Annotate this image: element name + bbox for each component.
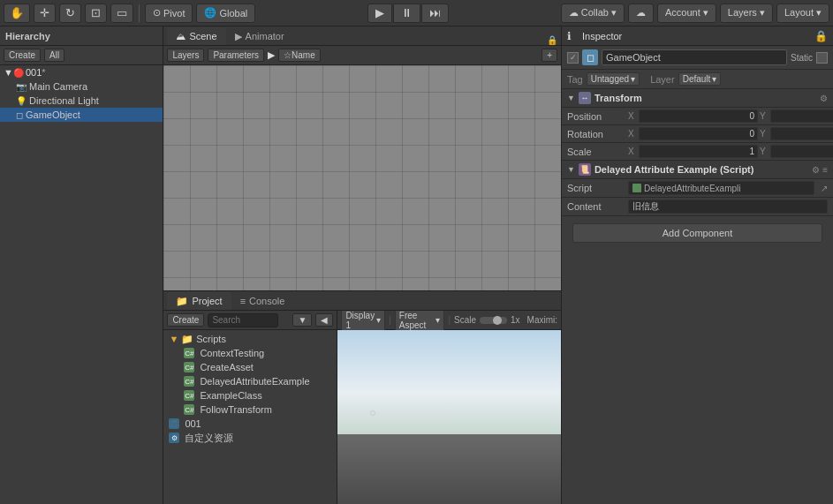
content-value-field[interactable]: 旧信息	[628, 199, 828, 214]
delayed-attr-component-header[interactable]: ▼ 📜 Delayed Attribute Example (Script) ⚙…	[562, 161, 833, 179]
follow-transform-label: FollowTransform	[200, 404, 272, 415]
layers-btn[interactable]: Layers ▾	[720, 4, 773, 23]
hand-tool-btn[interactable]: ✋	[4, 4, 30, 23]
layout-btn[interactable]: Layout ▾	[776, 4, 829, 23]
position-x-input[interactable]	[639, 109, 758, 123]
scene-icon: 🔴	[13, 68, 24, 78]
project-item-context-testing[interactable]: C# ContextTesting	[165, 346, 335, 360]
hierarchy-header: Hierarchy	[0, 26, 163, 46]
play-controls: ▶ ⏸ ⏭	[367, 4, 449, 23]
project-item-create-asset[interactable]: C# CreateAsset	[165, 360, 335, 374]
scale-x-input[interactable]	[639, 145, 758, 158]
tag-dropdown[interactable]: Untagged ▾	[587, 72, 640, 86]
account-btn[interactable]: Account ▾	[657, 4, 716, 23]
scene-root-item[interactable]: ▼ 🔴 001 *	[0, 65, 163, 79]
layout-label: Layout ▾	[784, 7, 822, 19]
pivot-icon: ⊙	[153, 7, 161, 19]
pause-btn[interactable]: ⏸	[393, 4, 420, 23]
delayed-attr-label: DelayedAttributeExample	[200, 376, 309, 387]
lock-panel-icon[interactable]: 🔒	[547, 35, 557, 45]
camera-icon: 📷	[16, 82, 27, 92]
project-tab-label: Project	[192, 296, 222, 306]
delayed-attr-settings-icon[interactable]: ⚙	[812, 165, 820, 175]
hierarchy-item-main-camera[interactable]: 📷 Main Camera	[0, 79, 163, 94]
checkbox-check: ✓	[570, 53, 577, 62]
hierarchy-all-btn[interactable]: All	[44, 49, 64, 62]
tag-label: Tag	[567, 74, 583, 85]
rect-tool-btn[interactable]: ▭	[110, 4, 133, 23]
animator-tab[interactable]: ▶ Animator	[226, 27, 293, 45]
project-item-delayed-attr[interactable]: C# DelayedAttributeExample	[165, 374, 335, 388]
transform-component-header[interactable]: ▼ ↔ Transform ⚙	[562, 89, 833, 108]
scene-name-filter[interactable]: ☆Name	[278, 49, 321, 62]
aspect-arrow: ▾	[435, 315, 440, 325]
scale-label: Scale	[454, 315, 476, 325]
tab-icons: 🔒	[547, 35, 557, 45]
hierarchy-item-gameobject[interactable]: ◻ GameObject	[0, 108, 163, 122]
collab-label: Collab ▾	[581, 7, 617, 19]
gameobject-active-checkbox[interactable]: ✓	[567, 52, 579, 64]
project-extra-btn[interactable]: ◀	[315, 313, 333, 327]
scale-x-field: X	[628, 145, 758, 158]
move-tool-btn[interactable]: ✛	[34, 4, 56, 23]
rotation-y-input[interactable]	[770, 127, 833, 140]
scale-slider[interactable]	[480, 317, 507, 324]
static-checkbox[interactable]	[816, 52, 828, 64]
project-filter-btn[interactable]: ▼	[292, 313, 312, 327]
scene-tab[interactable]: ⛰ Scene	[167, 27, 225, 45]
rotation-xyz: X Y Z	[628, 127, 833, 140]
play-btn[interactable]: ▶	[367, 4, 392, 23]
content-value: 旧信息	[632, 200, 659, 213]
pivot-btn[interactable]: ⊙ Pivot	[145, 4, 193, 23]
hierarchy-item-directional-light[interactable]: 💡 Directional Light	[0, 94, 163, 108]
scene-inner-toolbar: Layers Parameters ▶ ☆Name +	[163, 46, 561, 65]
gameobject-name-input[interactable]	[602, 49, 787, 65]
project-item-001[interactable]: 🎵 001	[165, 417, 335, 431]
aspect-dropdown[interactable]: Free Aspect ▾	[395, 311, 445, 332]
rotation-label: Rotation	[567, 129, 625, 139]
transform-settings-icon[interactable]: ⚙	[820, 94, 828, 103]
project-folder-scripts[interactable]: ▼ 📁 Scripts	[165, 332, 335, 346]
script-link-icon[interactable]: ↗	[821, 184, 828, 193]
rotation-x-input[interactable]	[639, 127, 758, 140]
step-btn[interactable]: ⏭	[421, 4, 449, 23]
delayed-attr-component-icon: 📜	[579, 163, 591, 176]
rotate-tool-btn[interactable]: ↻	[59, 4, 81, 23]
position-x-field: X	[628, 109, 758, 123]
scale-y-input[interactable]	[770, 145, 833, 158]
layers-scene-btn[interactable]: Layers	[167, 49, 204, 62]
position-y-input[interactable]	[770, 109, 833, 123]
script-value-field[interactable]: DelayedAttributeExampli	[628, 181, 814, 195]
hierarchy-create-btn[interactable]: Create	[4, 49, 41, 62]
asset-001-label: 001	[185, 418, 201, 429]
transform-expand-icon: ▼	[567, 94, 575, 102]
scale-x-label: X	[628, 147, 637, 156]
delayed-attr-menu-icon[interactable]: ≡	[822, 165, 828, 175]
content-row: Content 旧信息	[562, 198, 833, 216]
global-btn[interactable]: 🌐 Global	[196, 4, 255, 23]
project-item-follow-transform[interactable]: C# FollowTransform	[165, 402, 335, 417]
parameters-btn[interactable]: Parameters	[208, 49, 264, 62]
inspector-lock-icon[interactable]: 🔒	[814, 30, 828, 42]
project-item-custom-asset[interactable]: ⚙ 自定义资源	[165, 431, 335, 445]
context-testing-label: ContextTesting	[200, 348, 264, 358]
project-create-btn[interactable]: Create	[167, 313, 204, 327]
scene-expand-icon: ▼	[4, 67, 13, 78]
inspector-tab[interactable]: Inspector	[575, 27, 629, 45]
project-search-input[interactable]	[208, 313, 278, 327]
console-tab[interactable]: ≡ Console	[231, 292, 294, 310]
display-dropdown[interactable]: Display 1 ▾	[341, 311, 385, 332]
scale-value: 1x	[511, 315, 520, 325]
add-component-btn[interactable]: Add Component	[572, 223, 822, 243]
scale-y-label: Y	[760, 147, 769, 156]
layer-dropdown[interactable]: Default ▾	[678, 72, 722, 86]
project-tab[interactable]: 📁 Project	[167, 292, 231, 310]
scene-add-btn[interactable]: +	[541, 49, 557, 62]
cloud-btn[interactable]: ☁	[628, 4, 654, 23]
position-y-field: Y	[760, 109, 833, 123]
scale-tool-btn[interactable]: ⊡	[85, 4, 107, 23]
project-item-example-class[interactable]: C# ExampleClass	[165, 388, 335, 402]
scene-viewport[interactable]	[163, 65, 561, 290]
game-viewport[interactable]	[337, 330, 561, 504]
collab-btn[interactable]: ☁ Collab ▾	[561, 4, 625, 23]
